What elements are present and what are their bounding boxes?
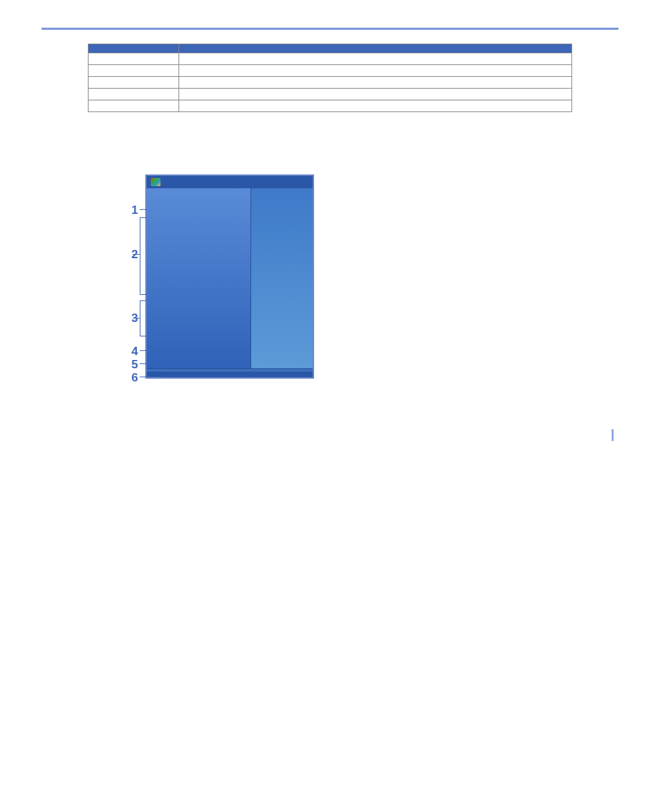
today-screen-background (251, 188, 313, 368)
cell-text (179, 65, 572, 77)
th-icon (89, 44, 179, 53)
wifi-on-icon (89, 89, 179, 100)
windows-flag-icon (151, 178, 161, 186)
top-rule (42, 28, 618, 30)
table-row (89, 77, 572, 89)
table-row (89, 89, 572, 100)
callout-number-5: 5 (131, 358, 138, 372)
th-description (179, 44, 572, 53)
cell-text (179, 89, 572, 100)
callout-number-2: 2 (131, 248, 138, 262)
page-footer: | (42, 427, 618, 442)
footer-divider: | (611, 427, 614, 441)
table-row (89, 100, 572, 112)
legend (353, 174, 618, 216)
notification-icon (89, 77, 179, 89)
cell-text (179, 77, 572, 89)
callout-number-1: 1 (131, 204, 138, 217)
voicemail-icon (89, 65, 179, 77)
table-row (89, 53, 572, 65)
phone-screenshot (145, 174, 314, 379)
icon-description-table (88, 44, 572, 112)
lock-icon (89, 100, 179, 112)
callout-number-4: 4 (131, 345, 138, 359)
start-menu (147, 188, 251, 368)
titlebar (147, 176, 313, 188)
table-row (89, 65, 572, 77)
callout-number-6: 6 (131, 371, 138, 385)
softkey-bar (147, 372, 313, 377)
mail-icon (89, 53, 179, 65)
callout-number-3: 3 (131, 312, 138, 325)
cell-text (179, 100, 572, 112)
cell-text (179, 53, 572, 65)
